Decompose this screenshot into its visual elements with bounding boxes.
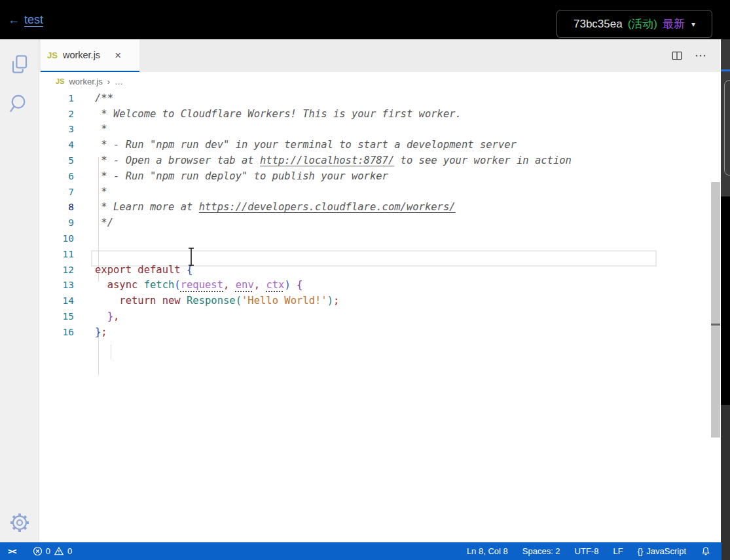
chevron-down-icon: ▾ [691,20,695,29]
code-text: */ [95,217,113,229]
error-count: 0 [46,546,50,556]
code-text: }; [95,326,107,338]
indentation[interactable]: Spaces: 2 [522,546,560,556]
panel-edge-scrollbar [724,80,730,176]
code-line[interactable]: 15 }, [39,308,720,324]
line-number: 11 [39,249,95,259]
line-number: 13 [39,280,95,290]
braces-icon: {} [638,546,644,556]
code-line[interactable]: 2 * Welcome to Cloudflare Workers! This … [39,106,720,122]
vertical-scrollbar[interactable] [711,182,720,438]
code-text: return new Response('Hello World!'); [95,295,339,307]
code-line[interactable]: 11 [39,246,720,262]
tab-label: worker.js [63,50,100,60]
language-mode[interactable]: {}JavaScript [638,546,686,556]
line-number: 9 [39,217,95,228]
code-line[interactable]: 5 * - Open a browser tab at http://local… [39,153,720,168]
notifications-bell-icon[interactable] [701,546,711,557]
line-number: 16 [39,327,95,337]
code-text: * [95,123,107,135]
activity-bar [0,39,39,542]
code-line[interactable]: 13 async fetch(request, env, ctx) { [39,278,720,293]
line-number: 12 [39,265,95,275]
eol[interactable]: LF [613,546,623,556]
error-icon [33,546,43,556]
breadcrumb-more[interactable]: … [115,77,123,86]
problems-indicator[interactable]: 0 0 [33,546,72,556]
search-icon[interactable] [9,93,30,114]
panel-edge-accent [721,69,730,71]
version-id: 73bc35ea [574,18,623,31]
line-number: 15 [39,311,95,322]
code-line[interactable]: 7 * [39,184,720,200]
editor-actions: ⋯ [671,39,707,72]
line-number: 4 [39,140,95,150]
panel-edge-bottom [721,405,730,560]
files-icon[interactable] [9,54,30,75]
code-line[interactable]: 4 * - Run "npm run dev" in your terminal… [39,137,720,153]
status-bar-right: Ln 8, Col 8Spaces: 2UTF-8LF{}JavaScript [467,546,721,557]
panel-edge-middle [721,196,730,405]
back-link-label: test [24,13,43,27]
indent-guide [111,345,111,360]
code-text: export default { [95,264,192,276]
code-text: /** [95,92,113,104]
workers-editor-window: ← test 73bc35ea (活动) 最新 ▾ [0,0,730,560]
line-number: 2 [39,109,95,119]
close-tab-icon[interactable]: × [115,50,121,61]
split-editor-icon[interactable] [671,50,683,62]
code-text: * - Open a browser tab at http://localho… [95,155,572,166]
code-text: * Learn more at https://developers.cloud… [95,201,456,213]
code-text: }, [95,310,119,322]
breadcrumb[interactable]: JS worker.js › … [56,72,123,90]
code-line[interactable]: 6 * - Run "npm run deploy" to publish yo… [39,168,720,184]
more-actions-icon[interactable]: ⋯ [695,48,707,63]
code-text: async fetch(request, env, ctx) { [95,279,302,291]
code-line[interactable]: 12export default { [39,262,720,278]
js-file-icon: JS [47,50,58,60]
line-number: 6 [39,171,95,181]
code-text: * - Run "npm run deploy" to publish your… [95,170,388,182]
code-line[interactable]: 9 */ [39,215,720,231]
line-number: 5 [39,155,95,166]
code-text: * Welcome to Cloudflare Workers! This is… [95,108,462,120]
line-number: 3 [39,124,95,134]
breadcrumb-file[interactable]: worker.js [69,77,102,86]
back-link[interactable]: ← test [8,0,43,39]
back-arrow-icon: ← [8,13,20,27]
warning-icon [54,546,64,556]
code-line[interactable]: 1/** [39,90,720,106]
adjacent-panel-edge [721,39,730,560]
status-bar: >< 0 0 Ln 8, Col 8Spaces: 2UTF-8LF{}Java… [0,542,721,560]
editor-group: JS worker.js × ⋯ JS worker.js › … 1 [39,39,720,542]
line-number: 1 [39,93,95,103]
encoding[interactable]: UTF-8 [575,546,599,556]
line-number: 14 [39,295,95,306]
code-line[interactable]: 16}; [39,324,720,340]
line-number: 10 [39,233,95,244]
tab-bar: JS worker.js × ⋯ [39,39,720,72]
cursor-position[interactable]: Ln 8, Col 8 [467,546,508,556]
code-line[interactable]: 14 return new Response('Hello World!'); [39,293,720,308]
code-text: * - Run "npm run dev" in your terminal t… [95,139,517,151]
code-editor[interactable]: 1/**2 * Welcome to Cloudflare Workers! T… [39,90,720,542]
version-latest: 最新 [663,16,685,31]
version-status: (活动) [628,16,657,31]
code-text: * [95,186,107,198]
line-number: 7 [39,187,95,197]
code-line[interactable]: 8 * Learn more at https://developers.clo… [39,200,720,215]
tab-worker-js[interactable]: JS worker.js × [41,39,139,72]
warning-count: 0 [67,546,72,556]
breadcrumb-separator: › [107,77,110,86]
version-dropdown[interactable]: 73bc35ea (活动) 最新 ▾ [557,10,712,38]
code-line[interactable]: 10 [39,231,720,246]
line-number: 8 [39,202,95,212]
top-header: ← test 73bc35ea (活动) 最新 ▾ [0,0,730,39]
overview-ruler-marker [711,324,720,326]
js-file-icon: JS [56,77,64,85]
settings-gear-icon[interactable] [9,512,30,533]
code-line[interactable]: 3 * [39,122,720,138]
remote-indicator-icon[interactable]: >< [8,546,16,556]
